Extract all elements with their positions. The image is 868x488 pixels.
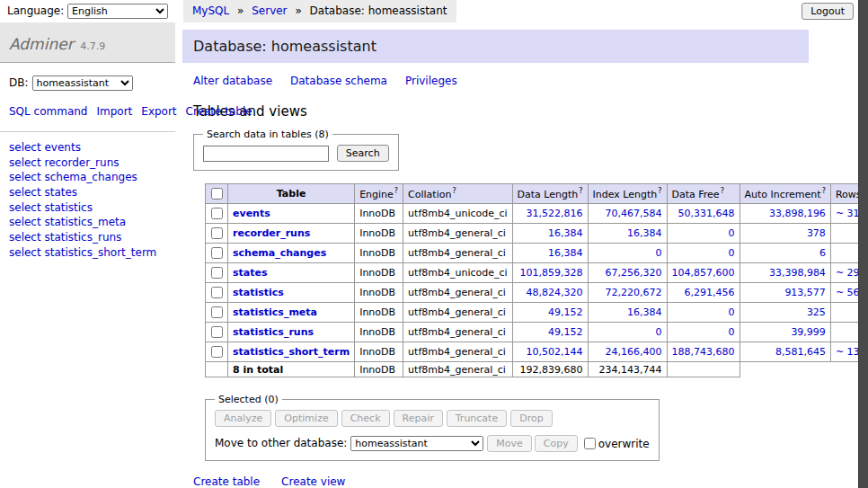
breadcrumb-link-mysql[interactable]: MySQL — [192, 4, 229, 17]
selected-action-button[interactable]: Optimize — [275, 410, 337, 427]
index-length-link[interactable]: 72,220,672 — [606, 287, 662, 298]
db-nav-link[interactable]: Alter database — [193, 75, 272, 87]
table-name-link[interactable]: schema_changes — [233, 247, 326, 259]
help-icon[interactable]: ? — [579, 187, 582, 195]
sidebar-select-table-link[interactable]: select schema_changes — [0, 170, 175, 185]
index-length-link[interactable]: 67,256,320 — [606, 267, 662, 279]
language-select[interactable]: English — [67, 4, 168, 19]
index-length-link[interactable]: 16,384 — [627, 306, 662, 318]
sidebar-select-table-link[interactable]: select statistics_meta — [0, 215, 175, 230]
data-length-link[interactable]: 16,384 — [548, 247, 583, 259]
data-length-link[interactable]: 101,859,328 — [520, 267, 583, 279]
overwrite-checkbox[interactable] — [584, 438, 596, 449]
selected-action-button[interactable]: Repair — [394, 410, 443, 427]
create-link[interactable]: Create table — [193, 475, 260, 488]
sidebar-action-link[interactable]: Export — [141, 105, 176, 118]
db-nav-link[interactable]: Privileges — [405, 75, 457, 87]
auto-increment-link[interactable]: 913,577 — [784, 287, 826, 298]
index-length-link[interactable]: 70,467,584 — [606, 208, 662, 219]
row-checkbox[interactable] — [211, 346, 223, 358]
table-name-link[interactable]: states — [233, 267, 268, 279]
data-free-link[interactable]: 50,331,648 — [678, 208, 735, 219]
row-checkbox[interactable] — [211, 326, 223, 338]
index-length-link[interactable]: 16,384 — [627, 227, 662, 239]
selected-action-button[interactable]: Truncate — [447, 410, 507, 427]
row-checkbox[interactable] — [211, 287, 223, 298]
breadcrumb-link-server[interactable]: Server — [252, 4, 287, 17]
index-length-link[interactable]: 0 — [656, 247, 662, 259]
row-checkbox[interactable] — [211, 247, 223, 259]
scrollbar-thumb[interactable] — [858, 0, 868, 488]
sidebar-select-table-link[interactable]: select statistics_short_term — [0, 245, 175, 261]
data-free-link[interactable]: 188,743,680 — [672, 346, 735, 358]
search-input[interactable] — [203, 146, 329, 162]
help-icon[interactable]: ? — [452, 187, 456, 195]
copy-button[interactable]: Copy — [535, 435, 578, 452]
db-label: DB: — [9, 76, 29, 89]
data-free-link[interactable]: 0 — [729, 227, 735, 239]
engine-cell: InnoDB — [355, 224, 403, 244]
auto-increment-link[interactable]: 8,581,645 — [775, 346, 826, 358]
auto-increment-link[interactable]: 33,398,984 — [769, 267, 826, 279]
table-name-link[interactable]: recorder_runs — [233, 227, 310, 239]
move-button[interactable]: Move — [487, 435, 532, 452]
sidebar-action-link[interactable]: Create table — [186, 105, 252, 118]
data-length-link[interactable]: 49,152 — [548, 306, 583, 318]
row-checkbox[interactable] — [211, 306, 223, 318]
sidebar-select-table-link[interactable]: select states — [0, 185, 175, 200]
auto-increment-link[interactable]: 39,999 — [791, 326, 826, 338]
table-name-link[interactable]: statistics_short_term — [233, 346, 350, 358]
selected-action-button[interactable]: Drop — [510, 410, 552, 427]
selected-action-button[interactable]: Analyze — [215, 410, 271, 427]
scrollbar[interactable] — [858, 0, 868, 488]
help-icon[interactable]: ? — [822, 187, 826, 195]
table-name-link[interactable]: statistics_meta — [233, 306, 317, 318]
sidebar-action-link[interactable]: Import — [96, 105, 132, 118]
row-checkbox[interactable] — [211, 208, 223, 219]
data-free-link[interactable]: 104,857,600 — [672, 267, 735, 279]
data-free-link[interactable]: 0 — [729, 247, 735, 259]
breadcrumb-separator: » — [237, 4, 244, 17]
data-length-link[interactable]: 48,824,320 — [527, 287, 583, 298]
sidebar-select-table-link[interactable]: select statistics — [0, 200, 175, 216]
sidebar-select-table-link[interactable]: select statistics_runs — [0, 230, 175, 245]
index-length-link[interactable]: 24,166,400 — [606, 346, 662, 358]
row-select-cell — [206, 263, 228, 283]
data-length-link[interactable]: 10,502,144 — [527, 346, 583, 358]
help-icon[interactable]: ? — [721, 187, 724, 195]
auto-increment-link[interactable]: 325 — [807, 306, 826, 318]
column-header-data-length: Data Length? — [512, 184, 588, 204]
table-name-link[interactable]: events — [233, 208, 270, 219]
overwrite-label[interactable]: overwrite — [598, 438, 650, 450]
data-free-link[interactable]: 6,291,456 — [685, 287, 735, 298]
auto-increment-link[interactable]: 378 — [807, 227, 826, 239]
create-link[interactable]: Create view — [281, 475, 345, 488]
selected-action-button[interactable]: Check — [341, 410, 390, 427]
sidebar-action-link[interactable]: SQL command — [9, 105, 87, 118]
data-length-link[interactable]: 31,522,816 — [527, 208, 583, 219]
db-select[interactable]: homeassistant — [32, 75, 133, 91]
data-free-link[interactable]: 0 — [729, 306, 735, 318]
help-icon[interactable]: ? — [658, 187, 661, 195]
help-icon[interactable]: ? — [394, 187, 398, 195]
data-length-link[interactable]: 16,384 — [548, 227, 583, 239]
db-chooser: DB:homeassistant — [0, 72, 175, 102]
sidebar-select-table-link[interactable]: select events — [0, 140, 175, 155]
row-checkbox[interactable] — [211, 267, 223, 279]
data-length-link[interactable]: 49,152 — [548, 326, 583, 338]
data-free-link[interactable]: 0 — [729, 326, 735, 338]
select-all-checkbox[interactable] — [211, 188, 223, 200]
table-name-link[interactable]: statistics_runs — [233, 326, 314, 338]
sidebar-select-table-link[interactable]: select recorder_runs — [0, 155, 175, 171]
auto-increment-link[interactable]: 33,898,196 — [769, 208, 826, 219]
logout-button[interactable]: Logout — [802, 3, 854, 20]
auto-increment-link[interactable]: 6 — [819, 247, 826, 259]
table-name-link[interactable]: statistics — [233, 287, 284, 298]
db-nav-link[interactable]: Database schema — [290, 75, 387, 87]
total-index-length: 234,143,744 — [588, 362, 667, 377]
index-length-link[interactable]: 0 — [656, 326, 662, 338]
row-select-cell — [206, 283, 228, 303]
row-checkbox[interactable] — [211, 227, 223, 239]
move-db-select[interactable]: homeassistant — [350, 436, 483, 451]
search-button[interactable]: Search — [337, 145, 389, 162]
